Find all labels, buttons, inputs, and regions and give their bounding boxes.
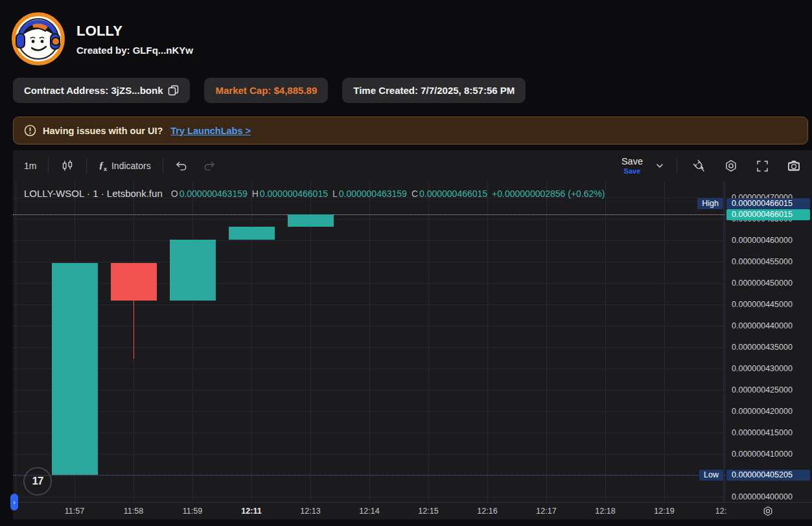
- toolbar-right-group: Save Save: [621, 156, 804, 176]
- legend-high-value: 0.000000466015: [260, 189, 328, 199]
- toolbar-separator: [677, 158, 677, 174]
- high-value-badge: 0.000000466015: [726, 198, 810, 209]
- legend-low-label: L: [332, 189, 338, 199]
- magnet-icon: [691, 159, 706, 174]
- grid-hline: [13, 454, 725, 455]
- chart-settings-button[interactable]: [721, 156, 741, 176]
- indicators-label: Indicators: [111, 161, 151, 171]
- time-axis-label: 11:59: [183, 507, 202, 516]
- candlestick-style-icon: [60, 159, 75, 173]
- info-pill-row: Contract Address: 3jZS...bonk Market Cap…: [13, 78, 526, 103]
- grid-hline: [13, 304, 725, 305]
- time-axis[interactable]: 11:5711:5811:5912:1112:1312:1412:1512:16…: [13, 502, 812, 520]
- screenshot-button[interactable]: [783, 156, 804, 176]
- candlestick-plot[interactable]: LOLLY-WSOL · 1 · Letsbonk.fun O 0.000000…: [13, 181, 725, 502]
- grid-hline: [13, 219, 725, 220]
- grid-hline: [13, 347, 725, 348]
- grid-hline: [13, 475, 725, 476]
- time-axis-label: 11:58: [124, 507, 143, 516]
- time-axis-label: 12:15: [418, 507, 438, 516]
- chart-toolbar: 1m ƒx Indicators: [13, 150, 812, 181]
- time-axis-label: 12:16: [477, 507, 497, 516]
- tradingview-glyph-icon: 17: [32, 475, 43, 488]
- axis-settings-gear-icon[interactable]: [762, 505, 774, 517]
- fullscreen-button[interactable]: [752, 157, 772, 176]
- legend-change: +0.000000002856 (+0.62%): [492, 189, 605, 199]
- tradingview-logo[interactable]: 17: [23, 467, 52, 496]
- time-axis-label: 12:17: [536, 507, 556, 516]
- time-created-pill[interactable]: Time Created: 7/7/2025, 8:57:56 PM: [342, 78, 526, 103]
- grid-hline: [13, 497, 725, 497]
- legend-symbol: LOLLY-WSOL · 1 · Letsbonk.fun: [24, 188, 163, 199]
- legend-low-value: 0.000000463159: [339, 189, 407, 199]
- warning-icon: [24, 124, 36, 137]
- created-by-label: Created by: GLFq...nKYw: [76, 45, 193, 56]
- token-avatar: [12, 10, 65, 67]
- high-label-chip: High: [697, 198, 723, 209]
- contract-address-label: Contract Address: 3jZS...bonk: [24, 85, 163, 96]
- toolbar-separator: [86, 158, 87, 174]
- time-axis-label: 12:11: [241, 507, 261, 516]
- page-title: LOLLY: [76, 23, 193, 40]
- interval-button[interactable]: 1m: [21, 158, 40, 174]
- chevron-down-icon: [655, 161, 664, 170]
- time-axis-label: 12:13: [300, 507, 320, 516]
- redo-button[interactable]: [200, 157, 219, 175]
- launchlabs-link[interactable]: Try LaunchLabs >: [170, 126, 251, 136]
- gear-icon: [724, 159, 738, 173]
- price-axis-label: 0.000000415000: [732, 428, 793, 438]
- undo-icon: [175, 159, 188, 172]
- legend-open-value: 0.000000463159: [180, 189, 248, 199]
- toolbar-left-group: 1m ƒx Indicators: [21, 156, 219, 176]
- candle-body: [288, 214, 334, 227]
- sidebar-expand-toggle[interactable]: ›: [10, 494, 18, 510]
- time-axis-label: 12:2: [715, 507, 727, 516]
- price-axis-label: 0.000000440000: [732, 321, 793, 331]
- save-button[interactable]: Save Save: [621, 157, 643, 175]
- chart-panel: 1m ƒx Indicators: [13, 150, 812, 520]
- price-axis-label: 0.000000400000: [732, 492, 793, 502]
- market-cap-pill[interactable]: Market Cap: $4,885.89: [204, 78, 328, 103]
- time-axis-label: 12:19: [654, 507, 674, 516]
- toolbar-separator: [48, 158, 49, 174]
- indicators-button[interactable]: ƒx Indicators: [95, 157, 154, 175]
- price-axis-label: 0.000000445000: [732, 299, 793, 310]
- grid-hline: [13, 390, 725, 391]
- magnet-mode-button[interactable]: [688, 156, 710, 176]
- grid-hline: [13, 262, 725, 262]
- candle-body: [229, 227, 275, 240]
- time-created-label: Time Created: 7/7/2025, 8:57:56 PM: [353, 85, 515, 96]
- chart-area: LOLLY-WSOL · 1 · Letsbonk.fun O 0.000000…: [13, 181, 812, 520]
- contract-address-pill[interactable]: Contract Address: 3jZS...bonk: [13, 78, 190, 103]
- price-axis-label: 0.000000435000: [732, 342, 793, 352]
- redo-icon: [203, 159, 216, 172]
- session-low-line: [13, 475, 725, 475]
- price-axis-label: 0.000000430000: [732, 363, 793, 374]
- undo-button[interactable]: [172, 157, 191, 175]
- price-axis[interactable]: 0.0000004700000.0000004650000.0000004600…: [725, 181, 812, 502]
- legend-close-value: 0.000000466015: [419, 189, 487, 199]
- legend-open-label: O: [171, 189, 178, 199]
- market-cap-label: Market Cap: $4,885.89: [215, 85, 317, 96]
- time-axis-label: 12:18: [595, 507, 615, 516]
- save-sub-label: Save: [624, 168, 641, 175]
- time-axis-label: 11:57: [65, 507, 84, 516]
- save-menu-button[interactable]: [654, 160, 666, 172]
- low-value-badge: 0.000000405205: [726, 470, 810, 481]
- copy-icon: [168, 85, 179, 96]
- grid-hline: [13, 411, 725, 412]
- interval-label: 1m: [24, 161, 36, 171]
- toolbar-separator: [163, 158, 163, 174]
- price-axis-label: 0.000000410000: [732, 449, 793, 459]
- grid-hline: [13, 240, 725, 241]
- time-axis-label: 12:14: [359, 507, 379, 516]
- chart-style-button[interactable]: [57, 156, 78, 176]
- camera-icon: [787, 159, 801, 173]
- price-axis-label: 0.000000460000: [732, 235, 793, 246]
- chevron-right-icon: ›: [13, 499, 15, 506]
- token-header: LOLLY Created by: GLFq...nKYw: [12, 10, 193, 67]
- chart-legend: LOLLY-WSOL · 1 · Letsbonk.fun O 0.000000…: [24, 188, 605, 199]
- grid-hline: [13, 326, 725, 326]
- price-axis-label: 0.000000455000: [732, 257, 793, 267]
- price-axis-label: 0.000000450000: [732, 278, 793, 288]
